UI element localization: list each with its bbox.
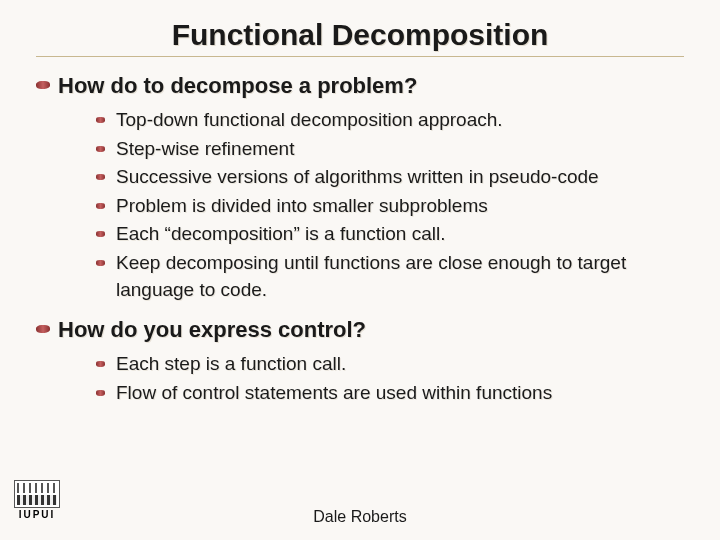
footer-author: Dale Roberts [0,508,720,526]
slide: Functional Decomposition How do to decom… [0,0,720,540]
list-item: Flow of control statements are used with… [96,380,684,407]
list-item: Step-wise refinement [96,136,684,163]
section-heading-1: How do to decompose a problem? [36,73,684,99]
logo-graphic [14,480,60,508]
slide-title: Functional Decomposition [36,18,684,57]
list-item: Problem is divided into smaller subprobl… [96,193,684,220]
list-item: Successive versions of algorithms writte… [96,164,684,191]
section-heading-2: How do you express control? [36,317,684,343]
list-item: Each step is a function call. [96,351,684,378]
list-item: Each “decomposition” is a function call. [96,221,684,248]
list-item: Keep decomposing until functions are clo… [96,250,684,303]
list-item: Top-down functional decomposition approa… [96,107,684,134]
section-2-list: Each step is a function call. Flow of co… [96,351,684,406]
section-1-list: Top-down functional decomposition approa… [96,107,684,303]
